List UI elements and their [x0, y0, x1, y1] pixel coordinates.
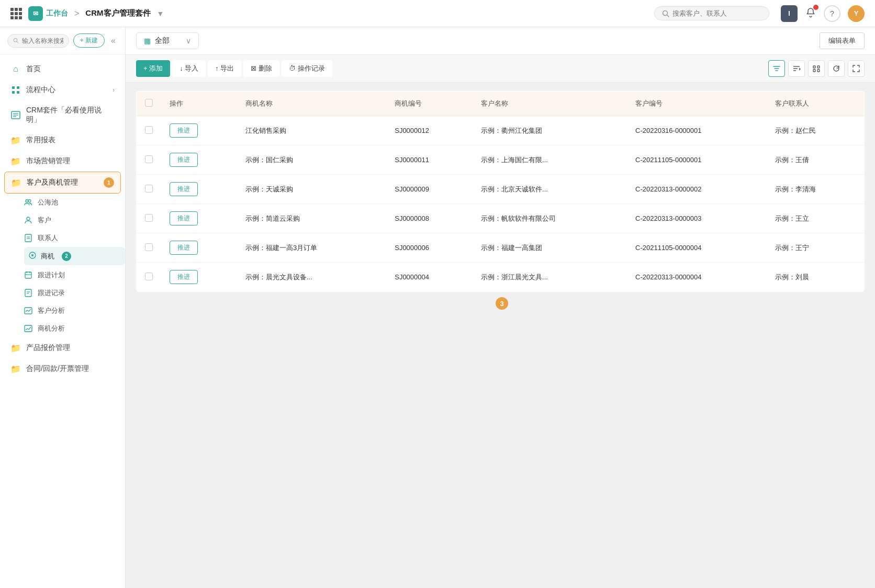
row-checkbox-1[interactable] — [145, 155, 153, 163]
row-opp-name-2: 示例：天诚采购 — [237, 175, 386, 204]
sidebar-item-contact[interactable]: 联系人 — [24, 229, 125, 247]
row-customer-name-5: 示例：浙江晨光文具... — [473, 263, 627, 292]
contract-label: 合同/回款/开票管理 — [26, 364, 115, 374]
sidebar-item-contract[interactable]: 📁 合同/回款/开票管理 — [0, 358, 125, 379]
view-selector-dropdown[interactable]: ▦ 全部 ∨ — [136, 32, 199, 49]
opp-analysis-icon — [24, 324, 33, 333]
sidebar-item-customer-analysis[interactable]: 客户分析 — [24, 302, 125, 320]
import-button[interactable]: ↓ 导入 — [172, 60, 206, 77]
row-checkbox-3[interactable] — [145, 214, 153, 222]
edit-table-button[interactable]: 编辑表单 — [820, 32, 865, 49]
push-button-0[interactable]: 推进 — [170, 123, 198, 138]
sidebar-search-input[interactable] — [22, 37, 63, 44]
sort-icon-btn[interactable] — [788, 60, 805, 77]
col-header-contact: 客户联系人 — [767, 92, 864, 116]
toolbar-right-icons — [768, 60, 865, 77]
svg-rect-34 — [813, 70, 815, 72]
notification-bell[interactable] — [805, 7, 816, 20]
row-action-cell: 推进 — [161, 233, 237, 263]
table-header: 操作 商机名称 商机编号 客户名称 客户编号 — [137, 92, 865, 116]
table-row: 推进 示例：简道云采购 SJ0000008 示例：帆软软件有限公司 C-2022… — [137, 204, 865, 233]
filter-icon-btn[interactable] — [768, 60, 785, 77]
sidebar-item-product-quote[interactable]: 📁 产品报价管理 — [0, 337, 125, 358]
view-dropdown-arrow: ∨ — [186, 37, 191, 45]
view-icon: ▦ — [144, 37, 151, 45]
svg-rect-15 — [25, 234, 31, 242]
breadcrumb-title: CRM客户管理套件 — [85, 8, 150, 18]
row-checkbox-2[interactable] — [145, 185, 153, 193]
breadcrumb-dropdown-arrow[interactable]: ▼ — [157, 9, 164, 18]
push-button-5[interactable]: 推进 — [170, 270, 198, 284]
sidebar-item-follow-record[interactable]: 跟进记录 — [24, 284, 125, 302]
user-avatar[interactable]: Y — [848, 5, 865, 22]
breadcrumb-sep: > — [74, 9, 79, 18]
sidebar-item-opportunity[interactable]: 商机 2 — [24, 247, 125, 265]
search-icon — [662, 10, 669, 17]
add-button[interactable]: + 添加 — [136, 60, 170, 77]
product-quote-folder-icon: 📁 — [10, 343, 21, 353]
row-action-cell: 推进 — [161, 263, 237, 292]
new-button[interactable]: + 新建 — [73, 33, 105, 48]
select-all-checkbox[interactable] — [145, 99, 153, 107]
push-button-4[interactable]: 推进 — [170, 241, 198, 255]
customer-mgmt-folder-icon: 📁 — [11, 177, 21, 188]
customer-mgmt-label: 客户及商机管理 — [27, 178, 95, 187]
row-contact-4: 示例：王宁 — [767, 233, 864, 263]
follow-record-label: 跟进记录 — [38, 288, 65, 298]
help-icon[interactable]: ? — [824, 5, 840, 22]
sidebar-item-reports[interactable]: 📁 常用报表 — [0, 130, 125, 151]
sidebar-item-customer-mgmt[interactable]: 📁 客户及商机管理 1 — [4, 172, 121, 194]
crm-guide-label: CRM套件「必看使用说明」 — [26, 106, 115, 125]
refresh-icon-btn[interactable] — [828, 60, 845, 77]
row-contact-2: 示例：李清海 — [767, 175, 864, 204]
global-search[interactable] — [654, 6, 769, 20]
customer-label: 客户 — [38, 216, 51, 225]
sidebar-search-row: + 新建 « — [0, 27, 125, 54]
row-checkbox-cell — [137, 263, 162, 292]
sidebar-item-opp-analysis[interactable]: 商机分析 — [24, 320, 125, 337]
row-checkbox-5[interactable] — [145, 273, 153, 280]
customer-icon — [24, 216, 33, 224]
push-button-1[interactable]: 推进 — [170, 153, 198, 167]
svg-point-14 — [27, 217, 30, 220]
icon-i-button[interactable]: I — [781, 5, 798, 22]
row-checkbox-0[interactable] — [145, 126, 153, 134]
row-customer-no-1: C-20211105-0000001 — [627, 145, 767, 175]
sidebar-item-customer[interactable]: 客户 — [24, 211, 125, 229]
sidebar-item-home[interactable]: ⌂ 首页 — [0, 59, 125, 80]
row-contact-3: 示例：王立 — [767, 204, 864, 233]
sidebar-item-sea[interactable]: 公海池 — [24, 194, 125, 211]
sidebar-collapse-button[interactable]: « — [109, 34, 118, 48]
table-wrapper: 操作 商机名称 商机编号 客户名称 客户编号 — [126, 83, 875, 588]
delete-button[interactable]: ⊠ 删除 — [243, 60, 279, 77]
row-action-cell: 推进 — [161, 116, 237, 145]
row-checkbox-cell — [137, 116, 162, 145]
sidebar-item-marketing[interactable]: 📁 市场营销管理 — [0, 151, 125, 172]
svg-rect-4 — [12, 86, 15, 89]
row-customer-name-1: 示例：上海国仁有限... — [473, 145, 627, 175]
row-checkbox-4[interactable] — [145, 243, 153, 251]
svg-line-3 — [17, 41, 18, 43]
group-icon-btn[interactable] — [808, 60, 825, 77]
fullscreen-icon-btn[interactable] — [848, 60, 865, 77]
table-row: 推进 示例：福建一高3月订单 SJ0000006 示例：福建一高集团 C-202… — [137, 233, 865, 263]
opportunity-badge: 2 — [62, 252, 71, 261]
sidebar-item-crm-guide[interactable]: CRM套件「必看使用说明」 — [0, 100, 125, 130]
sidebar-process-label: 流程中心 — [26, 85, 107, 95]
row-opp-no-4: SJ0000006 — [386, 233, 473, 263]
row-checkbox-cell — [137, 145, 162, 175]
search-input[interactable] — [672, 9, 756, 17]
push-button-2[interactable]: 推进 — [170, 182, 198, 196]
top-header: ✉ 工作台 > CRM客户管理套件 ▼ I ? Y — [0, 0, 875, 27]
export-button[interactable]: ↑ 导出 — [208, 60, 241, 77]
apps-grid-icon[interactable] — [10, 8, 22, 19]
sidebar-item-process[interactable]: 流程中心 › — [0, 80, 125, 100]
row-opp-no-1: SJ0000011 — [386, 145, 473, 175]
marketing-folder-icon: 📁 — [10, 156, 21, 166]
log-button[interactable]: ⏱ 操作记录 — [282, 60, 332, 77]
opp-analysis-label: 商机分析 — [38, 324, 65, 333]
push-button-3[interactable]: 推进 — [170, 211, 198, 225]
sidebar-item-follow-plan[interactable]: 跟进计划 — [24, 266, 125, 284]
content-header: ▦ 全部 ∨ 编辑表单 — [126, 27, 875, 55]
sidebar-search-box[interactable] — [7, 34, 69, 48]
